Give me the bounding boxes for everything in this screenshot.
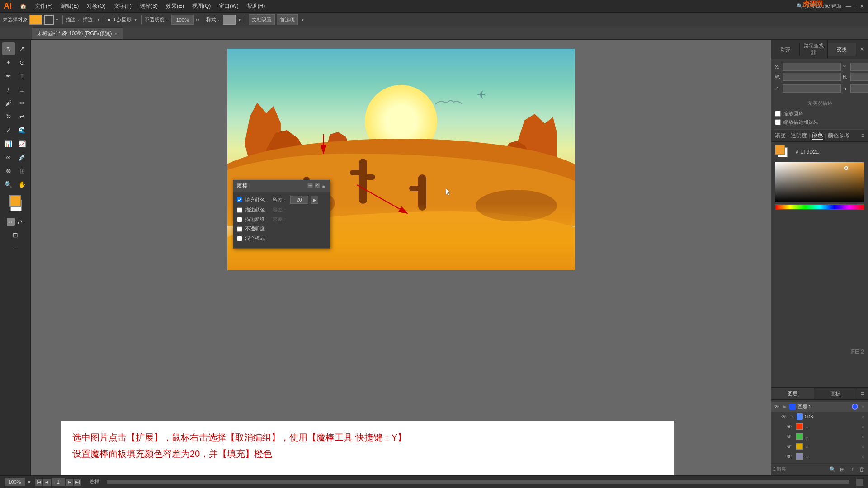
pencil-tool[interactable]: ✏ — [16, 97, 28, 109]
window-minimize[interactable]: — — [846, 3, 851, 9]
stroke-color-checkbox[interactable] — [237, 207, 242, 213]
menu-object[interactable]: 对象(O) — [83, 1, 109, 11]
gradient-tab[interactable]: 渐变 — [775, 132, 786, 140]
text-tool[interactable]: T — [16, 70, 28, 82]
next-page-btn[interactable]: ▶ — [66, 479, 73, 486]
tab-pathfinder[interactable]: 路径查找器 — [800, 40, 828, 59]
layer003-visibility[interactable]: 👁 — [780, 413, 788, 420]
panel-menu-btn[interactable]: ≡ — [322, 183, 326, 190]
hue-slider[interactable] — [775, 204, 864, 210]
menu-window[interactable]: 窗口(W) — [215, 1, 242, 11]
menu-view[interactable]: 视图(Q) — [189, 1, 214, 11]
column-graph-tool[interactable]: 📊 — [2, 137, 15, 150]
color-tab[interactable]: 颜色 — [812, 131, 823, 140]
menu-file[interactable]: 文件(F) — [31, 1, 56, 11]
layer003-lock[interactable]: ○ — [860, 413, 866, 420]
gray-layer-lock[interactable]: ○ — [860, 453, 866, 460]
menu-text[interactable]: 文字(T) — [110, 1, 135, 11]
layer2-lock[interactable]: ○ — [860, 404, 866, 410]
zoom-dropdown-icon[interactable]: ▼ — [27, 479, 32, 485]
lasso-tool[interactable]: ⊙ — [16, 56, 28, 69]
menu-effects[interactable]: 效果(E) — [162, 1, 188, 11]
last-page-btn[interactable]: ▶| — [74, 479, 81, 486]
shape-tool[interactable]: □ — [16, 83, 28, 96]
layer-item-gray[interactable]: 👁 ... ○ — [771, 451, 868, 461]
add-layer-btn[interactable]: + — [848, 465, 856, 474]
fill-color-swatch[interactable] — [29, 15, 42, 25]
line-tool[interactable]: / — [2, 83, 15, 96]
scrubber[interactable] — [107, 480, 849, 484]
tab-align[interactable]: 对齐 — [771, 43, 800, 56]
stroke-dropdown-icon[interactable]: ▼ — [55, 17, 59, 22]
point-type-dropdown[interactable]: ▼ — [133, 17, 138, 22]
blend-mode-checkbox[interactable] — [237, 236, 242, 241]
none-swatch[interactable]: ⊘ — [7, 218, 15, 226]
fill-tolerance-input[interactable] — [290, 196, 308, 204]
warp-tool[interactable]: 🌊 — [16, 124, 28, 136]
layer003-expand[interactable]: ▷ — [789, 414, 795, 419]
color-ref-tab[interactable]: 颜色参考 — [828, 132, 849, 140]
color-panel-menu[interactable]: ≡ — [861, 132, 864, 139]
opacity-input[interactable] — [171, 15, 194, 25]
tab-close-button[interactable]: × — [115, 31, 118, 36]
more-tools[interactable]: ··· — [9, 242, 22, 255]
tool-mode-select[interactable]: 插边 : ▼ — [83, 16, 101, 23]
layer-item-layer2[interactable]: 👁 ▶ 图层 2 ○ — [771, 402, 868, 412]
paintbrush-tool[interactable]: 🖌 — [2, 97, 15, 109]
opacity-arrows[interactable]: ⟨⟩ — [196, 17, 199, 22]
page-input[interactable] — [52, 478, 65, 486]
layers-menu-btn[interactable]: ≡ — [857, 388, 868, 399]
prev-page-btn[interactable]: ◀ — [43, 479, 51, 486]
scale-strokes-checkbox[interactable] — [775, 119, 781, 125]
zoom-input[interactable] — [5, 478, 25, 486]
panel-close-btn[interactable]: ✕ — [315, 183, 320, 188]
document-tab[interactable]: 未标题-1* @ 100% (RGB/预览) × — [32, 27, 123, 39]
spray-tool[interactable]: ⊛ — [2, 164, 15, 177]
red-layer-visibility[interactable]: 👁 — [786, 423, 793, 430]
layer2-expand[interactable]: ▶ — [782, 404, 788, 409]
h-input[interactable] — [850, 73, 868, 81]
panel-minimize-btn[interactable]: — — [307, 183, 313, 188]
doc-settings-button[interactable]: 文档设置 — [249, 14, 275, 25]
tab-transform[interactable]: 变换 — [828, 43, 856, 56]
eyedropper-tool[interactable]: 💉 — [16, 151, 28, 164]
layer-item-green[interactable]: 👁 ... ○ — [771, 432, 868, 441]
layers-tab[interactable]: 图层 — [771, 388, 814, 399]
green-layer-visibility[interactable]: 👁 — [786, 433, 793, 440]
layer-item-003[interactable]: 👁 ▷ 003 ○ — [771, 412, 868, 422]
fill-color-checkbox[interactable] — [237, 197, 242, 202]
artboards-tab[interactable]: 画板 — [814, 388, 857, 399]
window-maximize[interactable]: □ — [854, 3, 857, 9]
fg-swatch[interactable] — [775, 145, 785, 155]
scale-tool[interactable]: ⤢ — [2, 124, 15, 136]
style-dropdown[interactable]: ▼ — [237, 17, 242, 22]
preferences-button[interactable]: 首选项 — [277, 14, 298, 25]
style-swatch[interactable] — [223, 15, 236, 25]
scrubber-thumb[interactable] — [856, 479, 863, 486]
x-input[interactable] — [783, 63, 841, 71]
hand-tool[interactable]: ✋ — [16, 178, 28, 191]
opacity-tab[interactable]: 透明度 — [791, 132, 807, 140]
menu-help[interactable]: 帮助(H) — [243, 1, 269, 11]
menu-home[interactable]: 🏠 — [16, 2, 30, 10]
menu-select[interactable]: 选择(S) — [136, 1, 161, 11]
menu-edit[interactable]: 编辑(E) — [57, 1, 82, 11]
stroke-thickness-checkbox[interactable] — [237, 217, 242, 222]
layer-item-yellow[interactable]: 👁 ... ○ — [771, 441, 868, 451]
find-layer-btn[interactable]: 🔍 — [828, 465, 836, 474]
screen-mode[interactable]: ⊡ — [9, 229, 22, 241]
yellow-layer-lock[interactable]: ○ — [860, 443, 866, 450]
layer2-visibility[interactable]: 👁 — [773, 403, 780, 410]
make-clipping-btn[interactable]: ⊞ — [838, 465, 846, 474]
stroke-swatch[interactable] — [44, 15, 54, 25]
gray-layer-visibility[interactable]: 👁 — [786, 453, 793, 460]
yellow-layer-visibility[interactable]: 👁 — [786, 443, 793, 450]
preferences-dropdown[interactable]: ▼ — [301, 17, 305, 22]
magic-wand-tool[interactable]: ✦ — [2, 56, 15, 69]
green-layer-lock[interactable]: ○ — [860, 433, 866, 440]
first-page-btn[interactable]: |◀ — [35, 479, 42, 486]
y-input[interactable] — [850, 63, 868, 71]
foreground-color-swatch[interactable] — [9, 195, 21, 207]
zoom-tool[interactable]: 🔍 — [2, 178, 15, 191]
window-close[interactable]: ✕ — [860, 3, 864, 9]
